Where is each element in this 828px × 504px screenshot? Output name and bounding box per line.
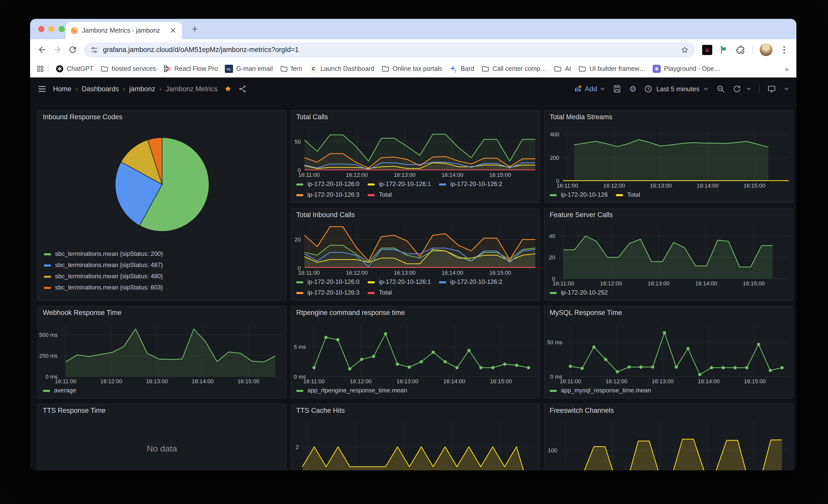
legend-label: sbc_terminations.mean {sipStatus: 480} [55,273,163,280]
tv-mode-chevron[interactable] [784,86,789,91]
legend-item[interactable]: average [43,387,76,395]
flag-extension-icon[interactable] [719,45,729,55]
legend-item[interactable]: ip-172-20-10-252 [550,289,608,296]
panel-chart[interactable]: 16:11:0016:12:0016:13:0016:14:0016:15:00… [544,222,793,288]
panel-title[interactable]: Total Calls [291,110,539,124]
panel-title[interactable]: Webhook Response Time [38,306,286,320]
breadcrumb-item[interactable]: Dashboards [82,85,119,92]
refresh-interval-chevron[interactable] [746,86,751,91]
legend-item[interactable]: ip-172-20-10-126:0 [296,278,360,286]
legend-item[interactable]: Total [368,289,392,296]
bookmark-item[interactable]: Playground - Ope… [649,63,724,75]
close-window-button[interactable] [38,26,44,32]
panel-chart[interactable]: 16:11:0016:12:0016:13:0016:14:0016:15:00… [291,124,539,179]
bookmark-item[interactable]: CLaunch Dashboard [306,63,378,75]
legend-item[interactable]: ip-172-20-10-126:2 [439,180,502,188]
panel-legend: ip-172-20-10-126Total [544,190,793,202]
bookmark-item[interactable]: Bard [446,63,478,75]
url-bar[interactable]: grafana.jambonz.cloud/d/oAM51epMz/jambon… [84,42,695,57]
forward-button[interactable] [49,42,65,57]
legend-item[interactable]: ip-172-20-10-126:0 [296,180,360,188]
favorite-star-icon[interactable] [224,85,232,93]
panel-title[interactable]: TTS Cache Hits [291,404,539,417]
bookmark-item[interactable]: Call center comp… [478,63,550,75]
legend-item[interactable]: app_rtpengine_response_time.mean [296,387,407,395]
panel-title[interactable]: Freeswitch Channels [544,404,793,417]
bookmark-item[interactable]: ChatGPT [52,63,97,75]
bookmark-star-icon[interactable] [681,46,689,54]
legend-item[interactable]: ip-172-20-10-126 [550,191,608,199]
breadcrumb-item[interactable]: Jambonz Metrics [166,85,218,92]
panel-legend: app_rtpengine_response_time.mean [291,386,539,398]
share-icon[interactable] [238,84,247,93]
breadcrumb-item[interactable]: Home [53,85,71,92]
panel-chart[interactable]: 16:11:0016:12:0016:13:0016:14:0016:15:00… [544,417,793,470]
add-button[interactable]: Add [574,85,605,93]
save-dashboard-button[interactable] [613,84,622,93]
bookmark-item[interactable]: React Flow Pro [160,63,221,75]
panel-chart[interactable]: No data [38,417,286,470]
panel-title[interactable]: Rtpengine command response time [291,306,539,320]
legend-item[interactable]: ip-172-20-10-126:1 [368,180,431,188]
bookmark-item[interactable]: Online tax portals [378,63,446,75]
dashboard-settings-icon[interactable]: ⚙ [629,84,636,93]
panel-title[interactable]: Inbound Response Codes [38,110,286,124]
reload-button[interactable] [65,42,80,57]
bookmark-item[interactable]: CLG-man email [221,63,276,75]
legend-item[interactable]: Total [616,191,640,199]
bookmark-item[interactable]: AI [550,63,575,75]
new-tab-button[interactable] [188,22,201,36]
panel-title[interactable]: Total Media Streams [544,110,793,124]
panel-chart[interactable] [38,124,286,244]
legend-item[interactable]: app_mysql_response_time.mean [550,387,651,395]
panel-chart[interactable]: 16:11:0016:12:0016:13:0016:14:0016:15:00… [291,222,539,277]
tv-mode-button[interactable] [767,84,776,93]
bookmark-label: React Flow Pro [174,65,218,73]
profile-avatar[interactable] [760,43,773,56]
back-button[interactable] [34,42,49,57]
bookmark-item[interactable]: hosted services [97,63,160,75]
legend-item[interactable]: sbc_terminations.mean {sipStatus: 603} [44,284,280,291]
breadcrumb-item[interactable]: jambonz [129,85,155,92]
legend-item[interactable]: ip-172-20-10-126:2 [439,278,502,286]
zoom-out-button[interactable] [716,84,725,93]
bookmarks-overflow-chevron[interactable]: » [783,65,790,73]
bookmark-item[interactable]: fern [276,63,306,75]
legend-item[interactable]: ip-172-20-10-126:3 [296,289,360,296]
browser-tab[interactable]: Jambonz Metrics - jambonz [66,22,182,39]
minimize-window-button[interactable] [48,26,54,32]
browser-menu-icon[interactable] [779,45,789,55]
site-settings-icon[interactable] [90,46,98,54]
svg-text:0: 0 [552,276,555,282]
legend-item[interactable]: sbc_terminations.mean {sipStatus: 480} [44,273,280,280]
tab-close-icon[interactable] [169,27,177,35]
maximize-window-button[interactable] [58,26,65,32]
bookmark-label: Bard [461,65,474,73]
refresh-button[interactable] [733,84,741,93]
legend-swatch [550,292,557,294]
svg-text:16:11:00: 16:11:00 [553,280,574,287]
legend-swatch [296,281,303,283]
apps-grid-icon[interactable] [36,65,44,73]
bookmark-item[interactable]: UI builder framew… [575,63,649,75]
hamburger-menu-icon[interactable] [37,84,47,93]
panel-chart[interactable]: 16:11:0016:12:0016:13:0016:14:0016:15:00… [544,124,793,190]
panel-title[interactable]: MySQL Response Time [544,306,793,320]
panel-title[interactable]: Feature Server Calls [544,209,793,222]
panel-chart[interactable]: 16:11:0016:12:0016:13:0016:14:0016:15:00… [38,320,286,386]
legend-item[interactable]: Total [368,191,392,199]
time-range-picker[interactable]: Last 5 minutes [644,84,709,93]
panel-title[interactable]: TTS Response Time [38,404,286,417]
extension-shortcut-icon[interactable]: & [702,45,712,55]
extensions-puzzle-icon[interactable] [736,45,746,55]
panel-chart[interactable]: 16:11:0016:12:0016:13:0016:14:0016:15:00… [291,417,539,470]
folder-icon [481,65,490,73]
legend-item[interactable]: sbc_terminations.mean {sipStatus: 487} [44,262,280,269]
no-data-label: No data [147,444,177,454]
legend-item[interactable]: sbc_terminations.mean {sipStatus: 200} [44,250,280,258]
legend-item[interactable]: ip-172-20-10-126:1 [368,278,431,286]
panel-title[interactable]: Total Inbound Calls [291,209,539,222]
panel-chart[interactable]: 16:11:0016:12:0016:13:0016:14:0016:15:00… [291,320,539,386]
legend-item[interactable]: ip-172-20-10-126:3 [296,191,360,199]
panel-chart[interactable]: 16:11:0016:12:0016:13:0016:14:0016:15:00… [544,320,793,386]
